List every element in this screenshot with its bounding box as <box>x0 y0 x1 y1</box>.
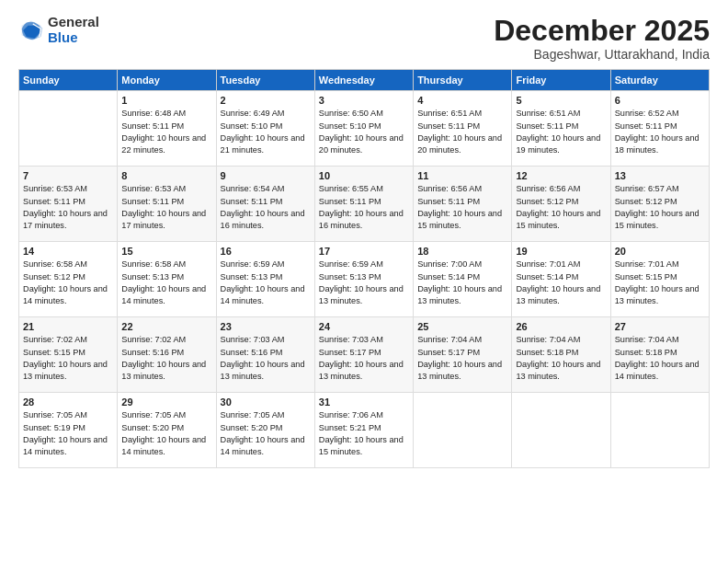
calendar-week-1: 7Sunrise: 6:53 AMSunset: 5:11 PMDaylight… <box>19 167 710 242</box>
day-number: 29 <box>121 396 211 408</box>
day-number: 30 <box>221 396 311 408</box>
cell-info: Sunrise: 6:56 AMSunset: 5:12 PMDaylight:… <box>516 183 606 232</box>
day-number: 12 <box>516 170 606 181</box>
logo-icon <box>18 17 44 43</box>
day-number: 16 <box>221 246 311 257</box>
calendar-cell: 6Sunrise: 6:52 AMSunset: 5:11 PMDaylight… <box>610 91 709 167</box>
calendar-week-0: 1Sunrise: 6:48 AMSunset: 5:11 PMDaylight… <box>19 91 710 167</box>
day-number: 10 <box>319 170 409 181</box>
cell-info: Sunrise: 6:48 AMSunset: 5:11 PMDaylight:… <box>121 108 211 156</box>
cell-info: Sunrise: 6:50 AMSunset: 5:10 PMDaylight:… <box>319 108 409 156</box>
calendar-cell: 18Sunrise: 7:00 AMSunset: 5:14 PMDayligh… <box>414 242 512 317</box>
calendar-cell: 15Sunrise: 6:58 AMSunset: 5:13 PMDayligh… <box>118 242 216 317</box>
cell-info: Sunrise: 7:05 AMSunset: 5:20 PMDaylight:… <box>221 409 311 458</box>
day-number: 28 <box>23 396 113 408</box>
calendar-cell: 28Sunrise: 7:05 AMSunset: 5:19 PMDayligh… <box>19 393 118 468</box>
col-wednesday: Wednesday <box>314 70 413 91</box>
calendar-table: Sunday Monday Tuesday Wednesday Thursday… <box>18 69 710 468</box>
day-number: 17 <box>319 246 409 257</box>
calendar-cell: 23Sunrise: 7:03 AMSunset: 5:16 PMDayligh… <box>216 317 314 393</box>
calendar-cell: 29Sunrise: 7:05 AMSunset: 5:20 PMDayligh… <box>118 393 216 468</box>
cell-info: Sunrise: 6:54 AMSunset: 5:11 PMDaylight:… <box>221 183 311 232</box>
calendar-cell <box>610 393 709 468</box>
day-number: 8 <box>121 170 211 181</box>
header: General Blue December 2025 Bageshwar, Ut… <box>18 15 710 62</box>
calendar-cell <box>512 393 610 468</box>
calendar-cell: 24Sunrise: 7:03 AMSunset: 5:17 PMDayligh… <box>314 317 413 393</box>
day-number: 6 <box>615 95 705 106</box>
col-saturday: Saturday <box>610 70 709 91</box>
calendar-cell: 19Sunrise: 7:01 AMSunset: 5:14 PMDayligh… <box>512 242 610 317</box>
day-number: 11 <box>417 170 507 181</box>
cell-info: Sunrise: 6:57 AMSunset: 5:12 PMDaylight:… <box>615 183 705 232</box>
cell-info: Sunrise: 6:58 AMSunset: 5:12 PMDaylight:… <box>23 259 113 307</box>
calendar-cell: 13Sunrise: 6:57 AMSunset: 5:12 PMDayligh… <box>610 167 709 242</box>
calendar-cell: 8Sunrise: 6:53 AMSunset: 5:11 PMDaylight… <box>118 167 216 242</box>
cell-info: Sunrise: 6:56 AMSunset: 5:11 PMDaylight:… <box>417 183 507 232</box>
day-number: 13 <box>615 170 705 181</box>
cell-info: Sunrise: 6:58 AMSunset: 5:13 PMDaylight:… <box>121 259 211 307</box>
title-block: December 2025 Bageshwar, Uttarakhand, In… <box>494 15 710 62</box>
logo-blue-text: Blue <box>48 30 99 46</box>
cell-info: Sunrise: 6:53 AMSunset: 5:11 PMDaylight:… <box>121 183 211 232</box>
cell-info: Sunrise: 6:59 AMSunset: 5:13 PMDaylight:… <box>319 259 409 307</box>
calendar-week-4: 28Sunrise: 7:05 AMSunset: 5:19 PMDayligh… <box>19 393 710 468</box>
calendar-cell: 1Sunrise: 6:48 AMSunset: 5:11 PMDaylight… <box>118 91 216 167</box>
logo-text: General Blue <box>48 15 99 45</box>
calendar-cell: 27Sunrise: 7:04 AMSunset: 5:18 PMDayligh… <box>610 317 709 393</box>
cell-info: Sunrise: 6:55 AMSunset: 5:11 PMDaylight:… <box>319 183 409 232</box>
col-monday: Monday <box>118 70 216 91</box>
day-number: 23 <box>221 321 311 332</box>
day-number: 18 <box>417 246 507 257</box>
calendar-cell: 21Sunrise: 7:02 AMSunset: 5:15 PMDayligh… <box>19 317 118 393</box>
logo-general-text: General <box>48 15 99 30</box>
cell-info: Sunrise: 6:52 AMSunset: 5:11 PMDaylight:… <box>615 108 705 156</box>
cell-info: Sunrise: 7:01 AMSunset: 5:14 PMDaylight:… <box>516 259 606 307</box>
calendar-week-3: 21Sunrise: 7:02 AMSunset: 5:15 PMDayligh… <box>19 317 710 393</box>
cell-info: Sunrise: 7:03 AMSunset: 5:17 PMDaylight:… <box>319 334 409 383</box>
day-number: 15 <box>121 246 211 257</box>
calendar-cell: 7Sunrise: 6:53 AMSunset: 5:11 PMDaylight… <box>19 167 118 242</box>
cell-info: Sunrise: 6:51 AMSunset: 5:11 PMDaylight:… <box>417 108 507 156</box>
header-row: Sunday Monday Tuesday Wednesday Thursday… <box>19 70 710 91</box>
cell-info: Sunrise: 7:00 AMSunset: 5:14 PMDaylight:… <box>417 259 507 307</box>
day-number: 3 <box>319 95 409 106</box>
col-sunday: Sunday <box>19 70 118 91</box>
cell-info: Sunrise: 7:05 AMSunset: 5:19 PMDaylight:… <box>23 409 113 458</box>
cell-info: Sunrise: 7:06 AMSunset: 5:21 PMDaylight:… <box>319 409 409 458</box>
calendar-cell: 17Sunrise: 6:59 AMSunset: 5:13 PMDayligh… <box>314 242 413 317</box>
calendar-cell: 22Sunrise: 7:02 AMSunset: 5:16 PMDayligh… <box>118 317 216 393</box>
cell-info: Sunrise: 7:02 AMSunset: 5:16 PMDaylight:… <box>121 334 211 383</box>
cell-info: Sunrise: 7:01 AMSunset: 5:15 PMDaylight:… <box>615 259 705 307</box>
calendar-cell: 2Sunrise: 6:49 AMSunset: 5:10 PMDaylight… <box>216 91 314 167</box>
calendar-cell <box>19 91 118 167</box>
calendar-cell: 5Sunrise: 6:51 AMSunset: 5:11 PMDaylight… <box>512 91 610 167</box>
cell-info: Sunrise: 7:04 AMSunset: 5:18 PMDaylight:… <box>615 334 705 383</box>
day-number: 5 <box>516 95 606 106</box>
calendar-cell: 25Sunrise: 7:04 AMSunset: 5:17 PMDayligh… <box>414 317 512 393</box>
calendar-cell: 14Sunrise: 6:58 AMSunset: 5:12 PMDayligh… <box>19 242 118 317</box>
day-number: 22 <box>121 321 211 332</box>
cell-info: Sunrise: 6:51 AMSunset: 5:11 PMDaylight:… <box>516 108 606 156</box>
col-tuesday: Tuesday <box>216 70 314 91</box>
day-number: 27 <box>615 321 705 332</box>
cell-info: Sunrise: 7:04 AMSunset: 5:17 PMDaylight:… <box>417 334 507 383</box>
day-number: 4 <box>417 95 507 106</box>
day-number: 20 <box>615 246 705 257</box>
day-number: 7 <box>23 170 113 181</box>
day-number: 9 <box>221 170 311 181</box>
day-number: 19 <box>516 246 606 257</box>
cell-info: Sunrise: 7:03 AMSunset: 5:16 PMDaylight:… <box>221 334 311 383</box>
calendar-cell: 4Sunrise: 6:51 AMSunset: 5:11 PMDaylight… <box>414 91 512 167</box>
calendar-page: General Blue December 2025 Bageshwar, Ut… <box>0 0 728 563</box>
calendar-cell: 9Sunrise: 6:54 AMSunset: 5:11 PMDaylight… <box>216 167 314 242</box>
cell-info: Sunrise: 7:02 AMSunset: 5:15 PMDaylight:… <box>23 334 113 383</box>
col-friday: Friday <box>512 70 610 91</box>
day-number: 24 <box>319 321 409 332</box>
col-thursday: Thursday <box>414 70 512 91</box>
day-number: 31 <box>319 396 409 408</box>
day-number: 21 <box>23 321 113 332</box>
cell-info: Sunrise: 6:59 AMSunset: 5:13 PMDaylight:… <box>221 259 311 307</box>
day-number: 2 <box>221 95 311 106</box>
cell-info: Sunrise: 6:53 AMSunset: 5:11 PMDaylight:… <box>23 183 113 232</box>
